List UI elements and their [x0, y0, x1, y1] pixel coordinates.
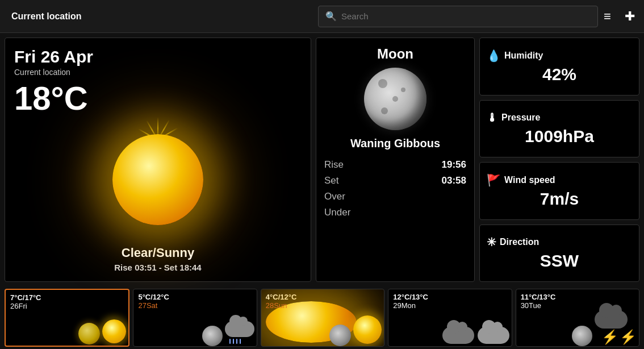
current-temperature: 18°C: [14, 79, 302, 117]
forecast-icon-0: [78, 319, 126, 343]
forecast-temp-3: 12°C/13°C: [393, 293, 428, 301]
pressure-icon: 🌡: [487, 111, 498, 124]
sun-wrapper: [95, 117, 220, 242]
moon-over-label: Over: [324, 191, 345, 202]
forecast-temp-4: 11°C/13°C: [521, 293, 556, 301]
forecast-dayname-1: 27Sat: [138, 301, 157, 310]
forecast-bar: 7°C/17°C 26Fri 5°C/12°C 27Sat: [0, 286, 644, 349]
moon-rise-row: Rise 19:56: [324, 159, 466, 171]
moon-rise-value: 19:56: [442, 159, 466, 171]
header-icons: ≡ ✚: [604, 9, 638, 24]
app-header: Current location 🔍 ≡ ✚: [0, 0, 644, 33]
forecast-day-0[interactable]: 7°C/17°C 26Fri: [5, 289, 129, 347]
moon-under-row: Under: [324, 207, 466, 218]
weather-condition: Clear/Sunny: [14, 246, 302, 260]
forecast-temp-0: 7°C/17°C: [10, 293, 41, 302]
humidity-icon: 💧: [487, 49, 501, 63]
forecast-temp-1: 5°C/12°C: [138, 293, 169, 301]
wind-speed-value: 7m/s: [540, 189, 579, 209]
current-date: Fri 26 Apr: [14, 47, 302, 67]
forecast-icon-1: [203, 321, 254, 344]
moon-details: Rise 19:56 Set 03:58 Over Under: [324, 159, 466, 218]
search-bar[interactable]: 🔍: [318, 6, 598, 27]
direction-header: ✳ Direction: [487, 235, 539, 249]
current-location-sub: Current location: [14, 68, 302, 77]
direction-icon: ✳: [487, 235, 496, 249]
moon-title: Moon: [377, 46, 413, 62]
add-location-icon[interactable]: ✚: [625, 9, 635, 24]
moon-under-label: Under: [324, 207, 350, 218]
humidity-card: 💧 Humidity 42%: [479, 38, 639, 95]
pressure-header: 🌡 Pressure: [487, 111, 541, 124]
direction-value: SSW: [540, 251, 579, 271]
forecast-icon-3: [442, 327, 509, 344]
forecast-icon-2: [331, 315, 382, 344]
forecast-dayname-0: 26Fri: [10, 302, 27, 310]
humidity-header: 💧 Humidity: [487, 49, 543, 63]
menu-locations-icon[interactable]: ≡: [604, 9, 618, 24]
search-icon: 🔍: [325, 11, 337, 22]
pressure-label: Pressure: [501, 113, 541, 123]
search-input[interactable]: [341, 11, 591, 21]
forecast-day-1[interactable]: 5°C/12°C 27Sat: [133, 289, 257, 347]
wind-speed-card: 🚩 Wind speed 7m/s: [479, 162, 639, 220]
moon-rise-label: Rise: [324, 159, 344, 171]
humidity-label: Humidity: [504, 51, 543, 61]
main-content: Fri 26 Apr Current location 18°C Clear: [0, 33, 644, 286]
sun-icon: [112, 134, 203, 225]
stats-panel: 💧 Humidity 42% 🌡 Pressure 1009hPa 🚩 Wind…: [479, 38, 639, 282]
current-location-label: Current location: [6, 11, 312, 22]
moon-panel: Moon Waning Gibbous Rise 19:56 Set 03:58…: [316, 38, 475, 282]
forecast-temp-2: 4°C/12°C: [266, 293, 296, 301]
direction-card: ✳ Direction SSW: [479, 225, 639, 282]
moon-set-row: Set 03:58: [324, 175, 466, 186]
moon-icon: [364, 68, 426, 130]
current-weather-panel: Fri 26 Apr Current location 18°C Clear: [5, 38, 311, 282]
wind-speed-label: Wind speed: [504, 175, 555, 185]
direction-label: Direction: [500, 237, 539, 247]
sun-container: [14, 117, 302, 242]
forecast-dayname-4: 30Tue: [521, 301, 541, 310]
wind-speed-header: 🚩 Wind speed: [487, 173, 555, 187]
forecast-day-4[interactable]: 11°C/13°C 30Tue ⚡ ⚡: [516, 289, 639, 347]
forecast-day-3[interactable]: 12°C/13°C 29Mon: [388, 289, 512, 347]
humidity-value: 42%: [542, 65, 576, 84]
sun-rise-set: Rise 03:51 - Set 18:44: [14, 263, 302, 272]
moon-phase: Waning Gibbous: [350, 137, 440, 150]
forecast-day-2[interactable]: 4°C/12°C 28Sun: [261, 289, 384, 347]
pressure-card: 🌡 Pressure 1009hPa: [479, 100, 639, 158]
forecast-icon-4: ⚡ ⚡: [573, 310, 637, 344]
moon-set-label: Set: [324, 175, 339, 186]
moon-over-row: Over: [324, 191, 466, 202]
forecast-dayname-3: 29Mon: [393, 301, 416, 310]
pressure-value: 1009hPa: [525, 127, 594, 146]
moon-set-value: 03:58: [442, 175, 466, 186]
wind-speed-icon: 🚩: [487, 173, 501, 187]
